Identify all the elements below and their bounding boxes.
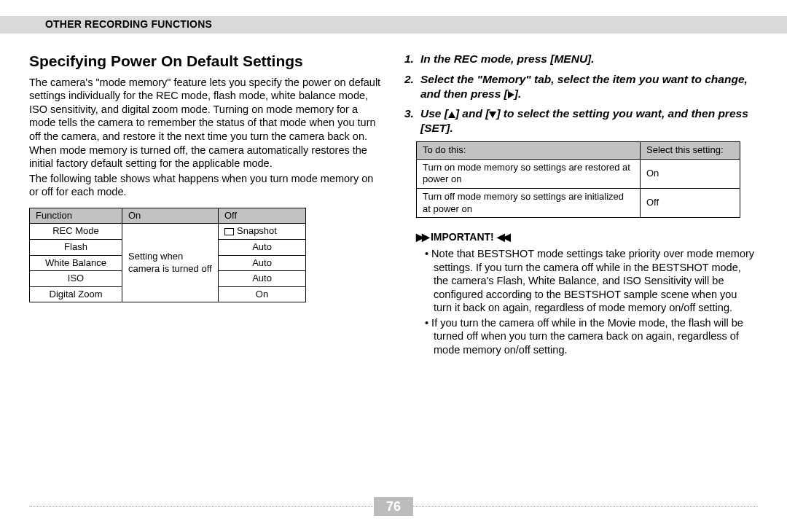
table-row: Turn on mode memory so settings are rest… [417, 159, 740, 188]
fn-iso: ISO [30, 271, 122, 287]
important-icon-right: ◀◀ [497, 231, 509, 243]
off-flash: Auto [219, 239, 306, 255]
manual-page: OTHER RECORDING FUNCTIONS Specifying Pow… [0, 0, 787, 532]
off-rec-mode: Snapshot [219, 224, 306, 240]
down-arrow-icon [489, 112, 496, 118]
select-off: Off [641, 188, 740, 217]
note-1: Note that BESTSHOT mode settings take pr… [434, 247, 758, 315]
step-text-b: ] and [ [455, 107, 490, 120]
off-rec-mode-text: Snapshot [237, 225, 277, 236]
two-column-layout: Specifying Power On Default Settings The… [29, 52, 758, 359]
step-text-b: ]. [514, 87, 521, 100]
table-row: REC Mode Setting when camera is turned o… [30, 224, 306, 240]
important-notes: Note that BESTSHOT mode settings take pr… [404, 247, 758, 356]
procedure-steps: 1.In the REC mode, press [MENU]. 2.Selec… [404, 52, 758, 136]
page-number: 76 [374, 497, 413, 516]
up-arrow-icon [448, 112, 455, 118]
col-on: On [122, 208, 219, 224]
table-row: Turn off mode memory so settings are ini… [417, 188, 740, 217]
col-select: Select this setting: [641, 142, 740, 160]
intro-paragraph-1: The camera's "mode memory" feature lets … [29, 76, 383, 171]
off-iso: Auto [219, 271, 306, 287]
right-column: 1.In the REC mode, press [MENU]. 2.Selec… [404, 52, 758, 359]
step-text: In the REC mode, press [MENU]. [420, 52, 595, 65]
todo-off: Turn off mode memory so settings are ini… [417, 188, 641, 217]
step-3: 3.Use [] and [] to select the setting yo… [404, 106, 758, 136]
step-text-a: Select the "Memory" tab, select the item… [420, 73, 748, 100]
left-column: Specifying Power On Default Settings The… [29, 52, 383, 359]
table-header-row: Function On Off [30, 208, 306, 224]
mode-memory-table: Function On Off REC Mode Setting when ca… [29, 208, 306, 303]
table-header-row: To do this: Select this setting: [417, 142, 740, 160]
step-number: 3. [404, 106, 420, 121]
fn-flash: Flash [30, 239, 122, 255]
step-text-a: Use [ [420, 107, 448, 120]
page-title: Specifying Power On Default Settings [29, 52, 383, 71]
right-arrow-icon [508, 91, 514, 98]
fn-dzoom: Digital Zoom [30, 286, 122, 302]
todo-on: Turn on mode memory so settings are rest… [417, 159, 641, 188]
snapshot-icon [224, 228, 234, 235]
col-todo: To do this: [417, 142, 641, 160]
important-label: IMPORTANT! [431, 231, 494, 243]
step-number: 1. [404, 52, 420, 66]
important-heading: ▶▶ IMPORTANT! ◀◀ [416, 231, 758, 244]
fn-rec-mode: REC Mode [30, 224, 122, 240]
step-1: 1.In the REC mode, press [MENU]. [404, 52, 758, 66]
off-dzoom: On [219, 286, 306, 302]
section-header: OTHER RECORDING FUNCTIONS [29, 0, 758, 31]
off-wb: Auto [219, 255, 306, 271]
note-2: If you turn the camera off while in the … [434, 316, 758, 357]
intro-paragraph-2: The following table shows what happens w… [29, 172, 383, 199]
col-off: Off [219, 208, 306, 224]
fn-wb: White Balance [30, 255, 122, 271]
setting-selection-table: To do this: Select this setting: Turn on… [416, 141, 740, 218]
col-function: Function [30, 208, 122, 224]
step-2: 2.Select the "Memory" tab, select the it… [404, 72, 758, 101]
step-number: 2. [404, 72, 420, 87]
select-on: On [641, 159, 740, 188]
important-icon-left: ▶▶ [416, 231, 428, 243]
on-merged-cell: Setting when camera is turned off [122, 224, 219, 302]
